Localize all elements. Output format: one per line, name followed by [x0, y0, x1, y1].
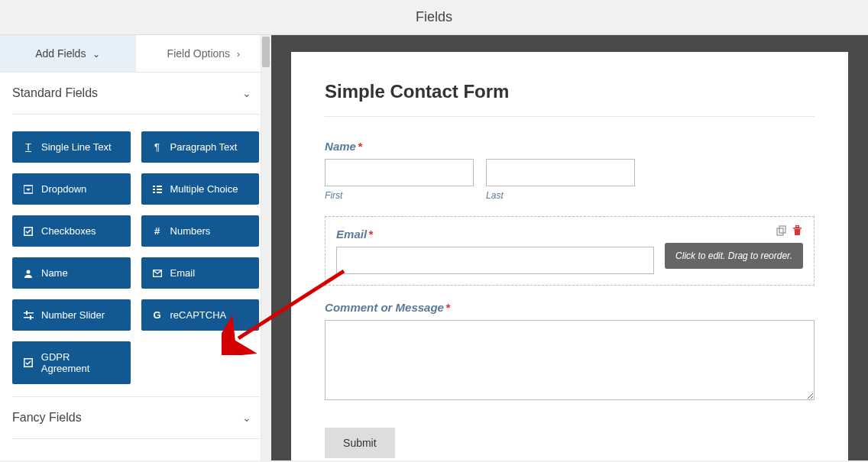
email-label: Email* — [336, 228, 654, 241]
field-single-line-text[interactable]: T Single Line Text — [12, 131, 131, 163]
field-paragraph-text[interactable]: ¶ Paragraph Text — [141, 131, 260, 163]
section-fancy-fields[interactable]: Fancy Fields ⌄ — [12, 397, 259, 439]
last-name-col: Last — [486, 159, 635, 201]
dropdown-icon — [23, 185, 34, 194]
field-email[interactable]: Email — [141, 257, 260, 289]
section-standard-fields[interactable]: Standard Fields ⌄ — [12, 73, 259, 115]
svg-rect-15 — [777, 228, 783, 235]
section-title: Standard Fields — [12, 86, 98, 100]
main-area: Add Fields ⌄ Field Options › Standard Fi… — [0, 35, 868, 460]
checkbox-icon — [23, 227, 34, 236]
form-title: Simple Contact Form — [325, 81, 815, 102]
slider-icon — [23, 311, 34, 320]
tab-label: Add Fields — [35, 47, 86, 60]
svg-rect-1 — [153, 186, 155, 187]
name-row: First Last — [325, 159, 815, 201]
duplicate-icon[interactable] — [776, 225, 787, 236]
panel-scrollbar[interactable] — [261, 35, 271, 460]
form-field-name[interactable]: Name* First Last — [325, 140, 815, 201]
trash-icon[interactable] — [792, 225, 803, 236]
panel-body: Standard Fields ⌄ T Single Line Text ¶ P… — [0, 73, 271, 439]
svg-rect-12 — [24, 317, 34, 318]
field-recaptcha[interactable]: G reCAPTCHA — [141, 299, 260, 331]
list-icon — [152, 185, 163, 194]
field-label: Checkboxes — [41, 225, 96, 237]
field-label: Number Slider — [41, 309, 105, 321]
google-icon: G — [152, 309, 163, 321]
hash-icon: # — [152, 225, 163, 237]
field-label: Name — [41, 267, 68, 279]
field-gdpr-agreement[interactable]: GDPR Agreement — [12, 341, 131, 384]
svg-rect-3 — [153, 189, 155, 190]
required-mark: * — [445, 301, 450, 314]
comment-textarea[interactable] — [325, 320, 815, 400]
scrollbar-thumb[interactable] — [262, 37, 270, 67]
comment-label: Comment or Message* — [325, 301, 815, 314]
required-mark: * — [358, 140, 362, 153]
svg-rect-6 — [157, 192, 162, 193]
submit-button[interactable]: Submit — [325, 428, 395, 458]
preview-canvas: Simple Contact Form Name* First Last — [291, 52, 848, 460]
label-text: Comment or Message — [325, 301, 444, 314]
field-label: Paragraph Text — [170, 141, 238, 153]
svg-rect-4 — [157, 189, 162, 190]
field-checkboxes[interactable]: Checkboxes — [12, 215, 131, 247]
svg-rect-11 — [26, 311, 28, 315]
tab-add-fields[interactable]: Add Fields ⌄ — [0, 35, 136, 72]
field-dropdown[interactable]: Dropdown — [12, 173, 131, 205]
chevron-right-icon: › — [237, 49, 240, 60]
tabs-row: Add Fields ⌄ Field Options › — [0, 35, 271, 73]
first-name-input[interactable] — [325, 159, 474, 186]
email-actions — [776, 225, 803, 236]
tab-label: Field Options — [167, 47, 230, 60]
section-title: Fancy Fields — [12, 411, 82, 425]
svg-rect-16 — [779, 226, 785, 233]
text-icon: T — [23, 141, 34, 153]
chevron-down-icon: ⌄ — [242, 412, 251, 424]
field-label: Dropdown — [41, 183, 86, 195]
field-numbers[interactable]: # Numbers — [141, 215, 260, 247]
field-label: reCAPTCHA — [170, 309, 227, 321]
preview-panel: Simple Contact Form Name* First Last — [271, 35, 868, 460]
svg-rect-18 — [796, 225, 799, 227]
field-label: GDPR Agreement — [41, 351, 120, 374]
form-field-comment[interactable]: Comment or Message* — [325, 301, 815, 403]
checkbox-icon — [23, 358, 34, 367]
field-label: Multiple Choice — [170, 183, 238, 195]
left-panel: Add Fields ⌄ Field Options › Standard Fi… — [0, 35, 271, 460]
field-number-slider[interactable]: Number Slider — [12, 299, 131, 331]
last-sublabel: Last — [486, 190, 635, 201]
field-label: Email — [170, 267, 196, 279]
first-sublabel: First — [325, 190, 474, 201]
form-field-email[interactable]: Email* Click to edit. Drag to reorder. — [325, 216, 815, 286]
email-input[interactable] — [336, 247, 654, 274]
field-name[interactable]: Name — [12, 257, 131, 289]
svg-rect-17 — [793, 228, 802, 229]
svg-rect-5 — [153, 192, 155, 193]
paragraph-icon: ¶ — [152, 141, 163, 153]
form-divider — [325, 116, 815, 117]
svg-point-8 — [27, 270, 31, 273]
field-label: Numbers — [170, 225, 211, 237]
label-text: Email — [336, 228, 367, 241]
page-title: Fields — [0, 0, 868, 34]
required-mark: * — [368, 228, 373, 241]
first-name-col: First — [325, 159, 474, 201]
label-text: Name — [325, 140, 356, 153]
chevron-down-icon: ⌄ — [92, 49, 100, 60]
email-tooltip: Click to edit. Drag to reorder. — [665, 243, 803, 269]
user-icon — [23, 269, 34, 278]
tab-field-options[interactable]: Field Options › — [136, 35, 272, 72]
last-name-input[interactable] — [486, 159, 635, 186]
svg-rect-10 — [24, 312, 34, 314]
name-label: Name* — [325, 140, 815, 153]
chevron-down-icon: ⌄ — [242, 87, 251, 99]
field-multiple-choice[interactable]: Multiple Choice — [141, 173, 260, 205]
standard-fields-grid: T Single Line Text ¶ Paragraph Text Drop… — [12, 115, 259, 397]
svg-rect-13 — [30, 315, 31, 320]
email-left: Email* — [336, 228, 654, 274]
envelope-icon — [152, 270, 163, 277]
svg-rect-2 — [157, 186, 162, 187]
field-label: Single Line Text — [41, 141, 112, 153]
